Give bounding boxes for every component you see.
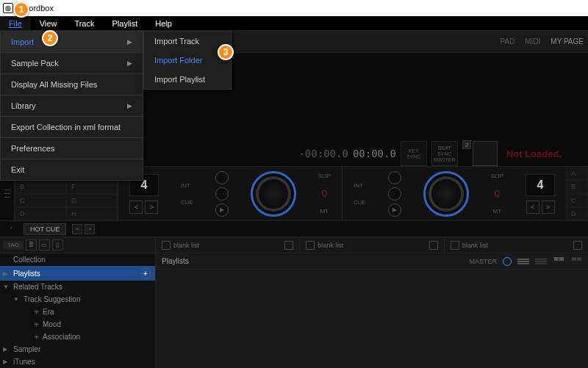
deck1-play-button[interactable]: ▶ (215, 203, 229, 217)
waveform-icon[interactable]: ⎖ (4, 225, 18, 234)
key-sync-box[interactable]: KEY SYNC (401, 141, 427, 166)
q-label: Q (321, 190, 327, 198)
deck2-next-button[interactable]: > (542, 201, 555, 214)
deck1-cue-button[interactable] (215, 187, 229, 201)
tree-association[interactable]: ✳Association (0, 331, 155, 343)
menu-view[interactable]: View (31, 16, 66, 30)
master-label: MASTER (469, 258, 497, 265)
pad-h[interactable]: H (66, 207, 118, 220)
app-logo-icon: ◎ (3, 3, 13, 13)
menu-playlist[interactable]: Playlist (103, 16, 146, 30)
dropdown-samplepack[interactable]: Sample Pack ▶ (1, 53, 143, 73)
tag-list-icon[interactable]: ≣ (26, 239, 37, 250)
blank-list-label: blank list (318, 242, 343, 249)
pad-d-r[interactable]: D (566, 207, 588, 220)
tree-era[interactable]: ✳Era (0, 306, 155, 318)
tree-panel: Collection ▶ Playlists + ▼ Related Track… (0, 253, 156, 368)
midi-label[interactable]: MIDI (525, 37, 540, 46)
deck1-jog-wheel[interactable] (251, 171, 296, 217)
pad-c-r[interactable]: C (566, 194, 588, 207)
deck2-int-cue: INT CUE (354, 182, 366, 206)
pad-d[interactable]: D (15, 207, 66, 220)
tree-mood[interactable]: ✳Mood (0, 318, 155, 331)
hotcue-prev-button[interactable]: < (72, 224, 82, 234)
dropdown-library-label: Library (11, 101, 36, 110)
menu-file[interactable]: File (0, 16, 31, 30)
tag-grid-icon[interactable]: ▭ (39, 239, 50, 250)
pad-b[interactable]: B (15, 180, 66, 193)
expand-icon[interactable] (429, 241, 438, 250)
deck-time-neg: -00:00.0 (298, 148, 348, 159)
expand-icon: ▼ (13, 296, 19, 303)
master-indicator-icon[interactable] (503, 257, 512, 266)
pad-label[interactable]: PAD (500, 37, 514, 46)
dropdown-preferences[interactable]: Preferences (1, 138, 143, 159)
tree-sampler[interactable]: ▶Sampler (0, 343, 155, 356)
tree-collection[interactable]: Collection (0, 253, 155, 266)
expand-icon: ▶ (3, 346, 7, 353)
menu-help[interactable]: Help (146, 16, 181, 30)
list-icon (451, 241, 459, 250)
beat-sync-box[interactable]: BEAT SYNC MASTER (431, 141, 458, 166)
pad-f[interactable]: F (66, 180, 118, 193)
sparkle-icon: ✳ (34, 333, 40, 341)
dropdown-import[interactable]: Import ▶ (1, 32, 143, 52)
dropdown-export-xml[interactable]: Export Collection in xml format (1, 117, 143, 137)
deck2-prev-button[interactable]: < (526, 201, 539, 214)
pad-a-r[interactable]: A (566, 167, 588, 180)
blank-list-label: blank list (462, 242, 488, 249)
add-playlist-button[interactable]: + (140, 268, 151, 278)
deck2-play-button[interactable]: ▶ (388, 203, 401, 217)
view-grid-icon[interactable] (553, 257, 564, 266)
submenu-arrow-icon: ▶ (127, 102, 132, 109)
blank-list-2[interactable]: blank list (300, 237, 444, 253)
playlist-title: Playlists (162, 257, 189, 265)
deck1-int-button[interactable] (215, 171, 229, 184)
dropdown-display-missing[interactable]: Display All Missing Files (1, 74, 143, 95)
pad-b-r[interactable]: B (566, 180, 588, 193)
deck2-int-button[interactable] (388, 171, 401, 184)
submenu-import-playlist[interactable]: Import Playlist (144, 70, 231, 89)
tree-itunes[interactable]: ▶iTunes (0, 356, 155, 368)
blank-list-3[interactable]: blank list (445, 237, 588, 253)
hotcue-next-button[interactable]: > (85, 224, 95, 234)
blank-list-label: blank list (173, 242, 199, 249)
blank-list-1[interactable]: blank list (156, 237, 300, 253)
import-submenu: Import Track Import Folder Import Playli… (143, 31, 232, 90)
annotation-badge-3: 3 (218, 44, 234, 60)
dropdown-library[interactable]: Library ▶ (1, 95, 143, 116)
submenu-arrow-icon: ▶ (127, 38, 132, 46)
deck-thumbnail[interactable] (473, 141, 498, 166)
beat-label: BEAT (438, 145, 451, 151)
tag-label[interactable]: TAG (3, 241, 24, 249)
dropdown-exit[interactable]: Exit (1, 159, 143, 180)
pad-g[interactable]: G (66, 194, 118, 207)
view-list-icon[interactable] (517, 257, 529, 266)
deck2-cue-button[interactable] (388, 187, 401, 201)
deck1-prev-button[interactable]: < (129, 201, 143, 214)
pad-c[interactable]: C (15, 194, 66, 207)
tag-card-icon[interactable]: ▯ (52, 239, 63, 250)
view-detail-icon[interactable] (535, 257, 547, 266)
hotcue-button[interactable]: HOT CUE (24, 223, 66, 235)
sync-label: SYNC (437, 151, 451, 156)
annotation-badge-2: 2 (42, 30, 58, 46)
slip-label: SLIP (318, 173, 331, 179)
hotcue-row: ⎖ HOT CUE < > (0, 221, 588, 237)
deck1-next-button[interactable]: > (145, 201, 158, 214)
tree-playlists[interactable]: ▶ Playlists + (0, 266, 155, 281)
tree-related[interactable]: ▼ Related Tracks (0, 281, 155, 293)
menu-track[interactable]: Track (65, 16, 103, 30)
sync-label: SYNC (406, 154, 420, 159)
deck-time-pos: 00:00.0 (353, 148, 396, 159)
right-pad-grid: A B C D (566, 167, 588, 220)
mypage-label[interactable]: MY PAGE (551, 37, 584, 46)
bottom-panel: Collection ▶ Playlists + ▼ Related Track… (0, 253, 588, 368)
expand-icon[interactable] (284, 241, 293, 250)
expand-icon[interactable] (573, 241, 582, 250)
submenu-arrow-icon: ▶ (127, 59, 132, 67)
tree-suggestion[interactable]: ▼ Track Suggestion (0, 293, 155, 306)
deck2-jog-wheel[interactable] (423, 171, 469, 217)
dropdown-import-label: Import (11, 37, 34, 46)
view-tiles-icon[interactable] (570, 257, 582, 266)
